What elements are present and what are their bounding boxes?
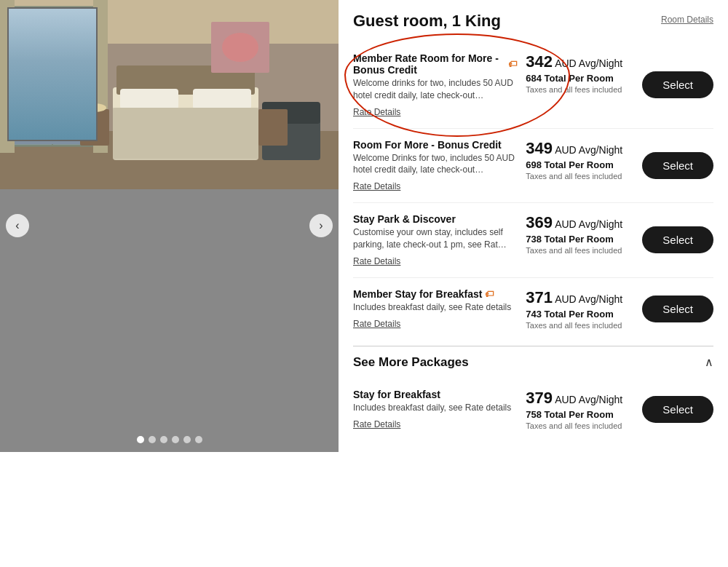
select-button-stay-for-breakfast[interactable]: Select xyxy=(642,396,713,423)
rate-name: Stay Park & Discover xyxy=(353,213,517,225)
carousel-nav: ‹ › xyxy=(0,214,339,237)
carousel-dot-4[interactable] xyxy=(172,436,179,443)
svg-rect-8 xyxy=(7,9,100,75)
price-total: 758 Total Per Room xyxy=(526,409,630,420)
member-tag-icon: 🏷 xyxy=(485,289,494,299)
carousel-dots xyxy=(137,436,202,443)
rate-info: Member Rate Room for More - Bonus Credit… xyxy=(353,52,526,118)
rate-name: Member Rate Room for More - Bonus Credit… xyxy=(353,52,517,76)
rate-details-link[interactable]: Rate Details xyxy=(353,256,400,266)
price-main: 342 AUD Avg/Night xyxy=(526,52,630,71)
room-title: Guest room, 1 King xyxy=(353,12,501,31)
rate-price: 342 AUD Avg/Night 684 Total Per Room Tax… xyxy=(526,52,642,94)
svg-rect-4 xyxy=(6,7,100,146)
select-button-member-rate-bonus[interactable]: Select xyxy=(642,71,713,98)
svg-rect-15 xyxy=(120,89,178,109)
rate-name: Member Stay for Breakfast🏷 xyxy=(353,288,517,300)
svg-point-19 xyxy=(83,103,106,112)
price-total: 738 Total Per Room xyxy=(526,234,630,245)
image-panel: ‹ › xyxy=(0,0,339,452)
room-image xyxy=(0,0,339,189)
svg-point-24 xyxy=(222,33,258,62)
price-main: 371 AUD Avg/Night xyxy=(526,288,630,307)
svg-rect-20 xyxy=(93,108,96,122)
rate-details-link[interactable]: Rate Details xyxy=(353,319,400,329)
price-total: 743 Total Per Room xyxy=(526,309,630,320)
rate-desc: Includes breakfast daily, see Rate detai… xyxy=(353,301,517,314)
rate-row-stay-park-discover: Stay Park & Discover Customise your own … xyxy=(353,203,713,278)
rate-info: Member Stay for Breakfast🏷 Includes brea… xyxy=(353,288,526,330)
rate-desc: Welcome Drinks for two, includes 50 AUD … xyxy=(353,152,517,177)
chevron-up-icon: ∧ xyxy=(705,355,713,369)
rate-info: Stay Park & Discover Customise your own … xyxy=(353,213,526,267)
svg-rect-5 xyxy=(6,7,100,146)
carousel-next-button[interactable]: › xyxy=(309,214,333,237)
svg-rect-10 xyxy=(0,0,15,153)
rate-desc: Customise your own stay, includes self p… xyxy=(353,226,517,251)
rate-price: 369 AUD Avg/Night 738 Total Per Room Tax… xyxy=(526,213,642,255)
price-taxes: Taxes and all fees included xyxy=(526,246,630,255)
price-taxes: Taxes and all fees included xyxy=(526,321,630,330)
carousel-dot-5[interactable] xyxy=(183,436,191,443)
rate-desc: Welcome drinks for two, includes 50 AUD … xyxy=(353,77,517,102)
svg-rect-25 xyxy=(258,109,288,146)
rate-price: 371 AUD Avg/Night 743 Total Per Room Tax… xyxy=(526,288,642,330)
svg-rect-17 xyxy=(113,108,258,159)
room-scene-svg xyxy=(0,0,339,189)
select-button-member-stay-breakfast[interactable]: Select xyxy=(642,296,713,322)
price-taxes: Taxes and all fees included xyxy=(526,421,630,430)
rate-price: 379 AUD Avg/Night 758 Total Per Room Tax… xyxy=(526,389,642,430)
svg-rect-16 xyxy=(193,89,251,109)
price-taxes: Taxes and all fees included xyxy=(526,172,630,181)
room-details-link[interactable]: Room Details xyxy=(661,15,713,25)
carousel-dot-3[interactable] xyxy=(160,436,167,443)
member-tag-icon: 🏷 xyxy=(508,59,517,69)
carousel-dot-2[interactable] xyxy=(149,436,156,443)
rate-details-link[interactable]: Rate Details xyxy=(353,419,400,429)
rate-name: Stay for Breakfast xyxy=(353,389,517,400)
see-more-section: See More Packages ∧ Stay for Breakfast I… xyxy=(353,346,713,440)
rate-row-stay-for-breakfast: Stay for Breakfast Includes breakfast da… xyxy=(353,378,713,440)
carousel-prev-button[interactable]: ‹ xyxy=(6,214,29,237)
price-main: 349 AUD Avg/Night xyxy=(526,139,630,158)
rate-name: Room For More - Bonus Credit xyxy=(353,139,517,151)
price-main: 379 AUD Avg/Night xyxy=(526,389,630,408)
content-panel: Guest room, 1 King Room Details Member R… xyxy=(339,0,728,452)
carousel-dot-6[interactable] xyxy=(195,436,202,443)
rate-row-member-rate-bonus: Member Rate Room for More - Bonus Credit… xyxy=(353,42,713,129)
see-more-title: See More Packages xyxy=(353,355,469,370)
rate-details-link[interactable]: Rate Details xyxy=(353,181,400,191)
price-total: 684 Total Per Room xyxy=(526,73,630,84)
rates-list: Member Rate Room for More - Bonus Credit… xyxy=(353,42,713,340)
room-title-row: Guest room, 1 King Room Details xyxy=(353,12,713,31)
carousel-dot-1[interactable] xyxy=(137,436,144,443)
rate-desc: Includes breakfast daily, see Rate detai… xyxy=(353,402,517,414)
price-taxes: Taxes and all fees included xyxy=(526,85,630,94)
select-button-stay-park-discover[interactable]: Select xyxy=(642,226,713,253)
select-button-room-for-more-bonus[interactable]: Select xyxy=(642,152,713,179)
rate-info: Room For More - Bonus Credit Welcome Dri… xyxy=(353,139,526,193)
rate-details-link[interactable]: Rate Details xyxy=(353,107,400,117)
svg-rect-9 xyxy=(7,76,100,144)
rate-info: Stay for Breakfast Includes breakfast da… xyxy=(353,389,526,430)
page-layout: ‹ › Guest room, 1 King Room Details Memb… xyxy=(0,0,728,452)
see-more-header[interactable]: See More Packages ∧ xyxy=(353,346,713,378)
rate-row-room-for-more-bonus: Room For More - Bonus Credit Welcome Dri… xyxy=(353,129,713,204)
rate-row-member-stay-breakfast: Member Stay for Breakfast🏷 Includes brea… xyxy=(353,278,713,340)
price-total: 698 Total Per Room xyxy=(526,159,630,170)
svg-rect-18 xyxy=(80,109,109,146)
see-more-packages-list: Stay for Breakfast Includes breakfast da… xyxy=(353,378,713,440)
rate-price: 349 AUD Avg/Night 698 Total Per Room Tax… xyxy=(526,139,642,181)
price-main: 369 AUD Avg/Night xyxy=(526,213,630,232)
